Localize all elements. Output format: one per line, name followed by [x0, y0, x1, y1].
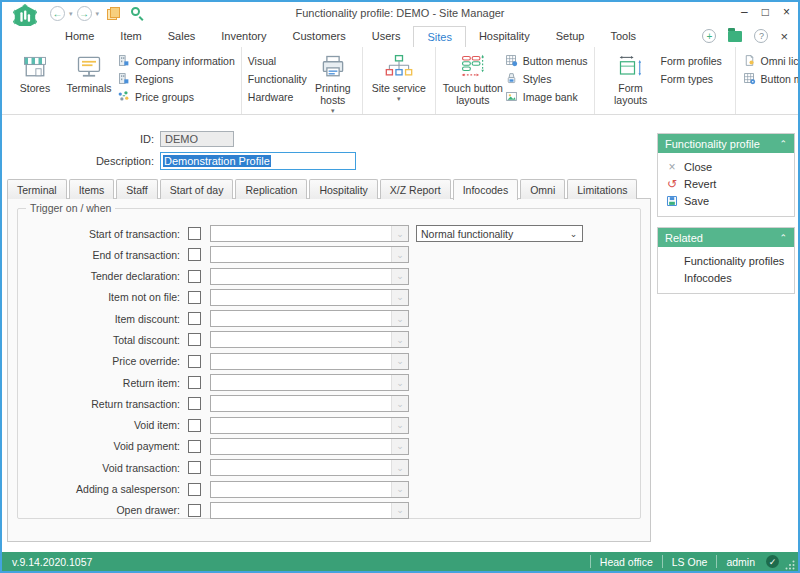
price-groups-button[interactable]: Price groups: [116, 89, 235, 104]
infocode-combobox[interactable]: ⌄: [210, 289, 409, 306]
revert-action[interactable]: ↺ Revert: [658, 175, 794, 192]
ribbon-tab[interactable]: Home: [52, 26, 107, 47]
related-link[interactable]: Infocodes: [658, 269, 794, 286]
trigger-row-label: Void payment:: [18, 440, 180, 452]
page-tab[interactable]: Limitations: [567, 179, 637, 199]
page-tab[interactable]: Staff: [116, 179, 157, 199]
page-tab[interactable]: Hospitality: [309, 179, 377, 199]
help-icon[interactable]: ?: [754, 29, 768, 43]
trigger-checkbox[interactable]: [188, 248, 201, 261]
omni-button-menus-button[interactable]: Button menus: [742, 71, 800, 86]
trigger-checkbox[interactable]: [188, 355, 201, 368]
save-action[interactable]: Save: [658, 192, 794, 209]
stores-button[interactable]: Stores: [8, 50, 62, 94]
close-ribbon-icon[interactable]: ×: [780, 30, 788, 43]
add-icon[interactable]: +: [702, 29, 716, 43]
trigger-row-label: Return item:: [18, 377, 180, 389]
infocode-combobox[interactable]: ⌄: [210, 502, 409, 519]
functionality-combobox[interactable]: Normal functionality ⌄: [416, 225, 583, 242]
form-layouts-button[interactable]: Form layouts: [601, 50, 661, 106]
page-tab[interactable]: Infocodes: [453, 179, 519, 200]
infocode-combobox[interactable]: ⌄: [210, 310, 409, 327]
ribbon-tab[interactable]: Hospitality: [466, 26, 543, 47]
infocode-combobox[interactable]: ⌄: [210, 438, 409, 455]
printing-hosts-button[interactable]: Printing hosts ▾: [310, 50, 356, 115]
image-bank-button[interactable]: Image bank: [504, 89, 588, 104]
trigger-row: Price override: ⌄ ⌄: [18, 353, 640, 370]
trigger-checkbox[interactable]: [188, 419, 201, 432]
ribbon-tab[interactable]: Inventory: [208, 26, 279, 47]
functionality-profile-panel-header[interactable]: Functionality profile ⌃: [658, 134, 794, 153]
related-link[interactable]: Functionality profiles: [658, 252, 794, 269]
chevron-down-icon: ⌄: [391, 332, 408, 347]
infocode-combobox[interactable]: ⌄: [210, 481, 409, 498]
regions-button[interactable]: Regions: [116, 71, 235, 86]
related-panel-header[interactable]: Related ⌃: [658, 228, 794, 247]
page-tab[interactable]: Start of day: [160, 179, 234, 199]
form-types-button[interactable]: Form types: [661, 71, 729, 86]
trigger-checkbox[interactable]: [188, 440, 201, 453]
chevron-down-icon: ▾: [331, 107, 335, 115]
trigger-checkbox[interactable]: [188, 291, 201, 304]
ribbon-tab[interactable]: Tools: [597, 26, 649, 47]
ribbon-tab[interactable]: Users: [359, 26, 414, 47]
infocode-combobox[interactable]: ⌄: [210, 459, 409, 476]
infocode-combobox[interactable]: ⌄: [210, 374, 409, 391]
trigger-checkbox[interactable]: [188, 461, 201, 474]
trigger-row: Start of transaction: ⌄ Normal functiona…: [18, 225, 640, 242]
trigger-checkbox[interactable]: [188, 504, 201, 517]
touch-button-layouts-button[interactable]: Touch button layouts: [442, 50, 504, 106]
trigger-row-label: Open drawer:: [18, 504, 180, 516]
ribbon-tab[interactable]: Customers: [280, 26, 359, 47]
maximize-button[interactable]: □: [762, 5, 769, 19]
infocode-combobox[interactable]: ⌄: [210, 225, 409, 242]
hardware-profile-button[interactable]: Hardware: [248, 89, 310, 104]
close-window-button[interactable]: ×: [783, 5, 790, 19]
infocode-combobox[interactable]: ⌄: [210, 353, 409, 370]
folder-icon[interactable]: [728, 31, 742, 42]
building-icon: [116, 53, 131, 68]
infocode-combobox[interactable]: ⌄: [210, 246, 409, 263]
ribbon-tab[interactable]: Item: [107, 26, 154, 47]
page-tab[interactable]: Replication: [235, 179, 307, 199]
infocode-combobox[interactable]: ⌄: [210, 268, 409, 285]
ribbon-tab[interactable]: Sales: [155, 26, 209, 47]
infocode-combobox[interactable]: ⌄: [210, 417, 409, 434]
ribbon-tab[interactable]: Setup: [543, 26, 598, 47]
styles-button[interactable]: Styles: [504, 71, 588, 86]
trigger-checkbox[interactable]: [188, 270, 201, 283]
infocode-combobox[interactable]: ⌄: [210, 395, 409, 412]
trigger-checkbox[interactable]: [188, 227, 201, 240]
page-tab[interactable]: X/Z Report: [380, 179, 451, 199]
description-field[interactable]: Demonstration Profile: [160, 152, 356, 170]
visual-profile-label: Visual: [248, 55, 276, 67]
ribbon-tab[interactable]: Sites: [413, 26, 465, 47]
page-tab[interactable]: Terminal: [7, 179, 67, 199]
terminals-button[interactable]: Terminals: [62, 50, 116, 94]
chevron-down-icon: ⌄: [391, 503, 408, 518]
trigger-row-label: Total discount:: [18, 334, 180, 346]
trigger-checkbox[interactable]: [188, 312, 201, 325]
omni-licenses-button[interactable]: Omni licenses: [742, 53, 800, 68]
close-action[interactable]: × Close: [658, 158, 794, 175]
chevron-down-icon: ⌄: [391, 460, 408, 475]
trigger-checkbox[interactable]: [188, 333, 201, 346]
chevron-down-icon: ⌄: [565, 229, 582, 239]
button-menus-button[interactable]: Button menus: [504, 53, 588, 68]
minimize-button[interactable]: –: [741, 5, 748, 19]
resize-grip[interactable]: [785, 560, 795, 570]
form-profiles-button[interactable]: Form profiles: [661, 53, 729, 68]
touch-button-layouts-label: Touch button layouts: [442, 82, 504, 106]
visual-profile-button[interactable]: Visual: [248, 53, 310, 68]
infocode-combobox[interactable]: ⌄: [210, 331, 409, 348]
trigger-checkbox[interactable]: [188, 483, 201, 496]
functionality-profile-button[interactable]: Functionality: [248, 71, 310, 86]
page-tab[interactable]: Items: [69, 179, 115, 199]
trigger-checkbox[interactable]: [188, 397, 201, 410]
license-document-icon: [742, 53, 757, 68]
trigger-checkbox[interactable]: [188, 376, 201, 389]
trigger-rows: Start of transaction: ⌄ Normal functiona…: [18, 225, 640, 523]
page-tab[interactable]: Omni: [520, 179, 565, 199]
site-service-button[interactable]: Site service ▾: [369, 50, 429, 103]
company-information-button[interactable]: Company information: [116, 53, 235, 68]
